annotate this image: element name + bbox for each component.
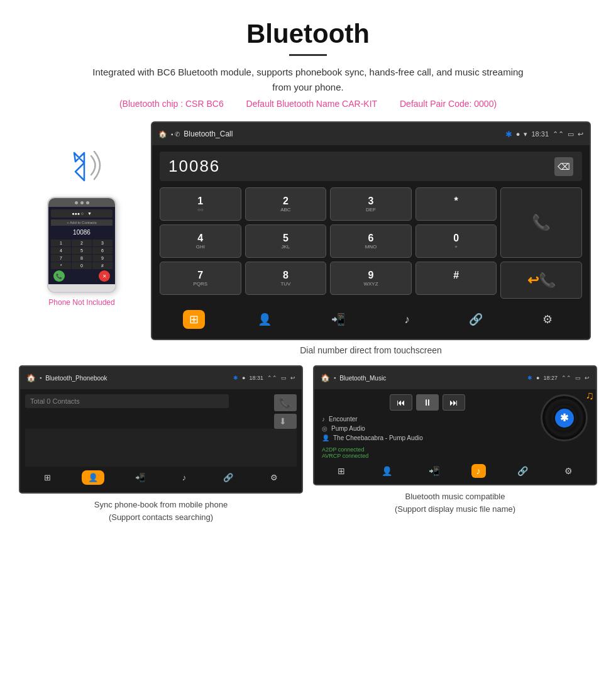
dialer-number: 10086 [168,157,220,176]
music-caption-line1: Bluetooth music compatible [405,492,505,501]
contacts-list-area [25,429,297,467]
track-item-2: ◎ Pump Audio [319,424,536,433]
back-icon: ↩ [578,130,583,138]
expand-icon: ⌃⌃ [553,130,564,138]
ms-time: 18:27 [543,375,558,381]
pb-expand: ⌃⌃ [267,375,277,381]
keypad-icon[interactable]: ⊞ [183,310,205,329]
music-note-decoration: ♫ [586,389,595,402]
phonebook-body: Total 0 Contacts 📞 ⬇ ⊞ 👤 📲 ♪ 🔗 ⚙ [20,389,302,492]
ms-home-icon: 🏠 [321,373,330,382]
call-icon: 📞 [532,214,551,231]
pb-window: ▭ [281,375,287,381]
phonebook-caption-line1: Sync phone-book from mobile phone [94,500,228,509]
bt-signal-area [57,140,107,191]
bt-info: (Bluetooth chip : CSR BC6 Default Blueto… [13,99,603,109]
link-icon[interactable]: 🔗 [463,310,489,329]
wifi-icon: ▾ [524,130,527,138]
backspace-button[interactable]: ⌫ [554,157,573,176]
key-3[interactable]: 3DEF [330,187,412,221]
phone-area: ●●● ○ ▼ + Add to Contacts 10086 123 456 … [19,121,145,307]
key-hash[interactable]: # [415,262,497,295]
key-8[interactable]: 8TUV [245,262,327,295]
play-pause-button[interactable]: ⏸ [416,394,439,411]
settings-icon[interactable]: ⚙ [536,310,559,329]
music-track-list: ♪ Encounter ◎ Pump Audio 👤 The Cheebacab… [319,414,536,443]
key-7[interactable]: 7PQRS [160,262,241,295]
title-underline [289,54,327,56]
screen-indicator: ▪ ✆ [171,131,180,138]
ms-window: ▭ [575,375,581,381]
bluetooth-status-icon: ✱ [505,130,512,139]
pb-music-icon[interactable]: ♪ [176,470,193,485]
pb-call-icon[interactable]: 📲 [129,470,151,485]
phonebook-screen-block: 🏠 ▪ Bluetooth_Phonebook ✱ ● 18:31 ⌃⌃ ▭ ↩… [19,365,303,523]
key-9[interactable]: 9WXYZ [330,262,412,295]
track-person-icon: 👤 [322,434,329,441]
pb-time: 18:31 [249,375,263,381]
download-contacts-button[interactable]: ⬇ [274,414,297,429]
ms-keypad-icon[interactable]: ⊞ [333,464,350,478]
phonebook-bottom-bar: ⊞ 👤 📲 ♪ 🔗 ⚙ [25,467,297,487]
redial-button[interactable]: ↩📞 [500,262,582,299]
track-item-3: 👤 The Cheebacabra - Pump Audio [319,433,536,443]
phone-mockup: ●●● ○ ▼ + Add to Contacts 10086 123 456 … [47,197,116,293]
pb-indicator: ▪ [40,375,41,381]
music-caption-line2: (Support display music file name) [395,504,515,514]
key-2[interactable]: 2ABC [245,187,327,221]
redial-icon: ↩📞 [527,272,556,289]
dial-app-name: Bluetooth_Call [184,130,233,138]
dialer-input-row: 10086 ⌫ [160,152,582,181]
pb-back: ↩ [290,375,295,381]
music-body: ⏮ ⏸ ⏭ ♪ Encounter ◎ Pump [314,389,596,484]
track-item-1: ♪ Encounter [319,414,536,424]
ms-music-icon[interactable]: ♪ [471,464,486,478]
call-transfer-icon[interactable]: 📲 [325,310,351,329]
music-caption: Bluetooth music compatible (Support disp… [313,490,597,515]
next-button[interactable]: ⏭ [443,394,465,411]
dial-screen-header: 🏠 ▪ ✆ Bluetooth_Call ✱ ● ▾ 18:31 ⌃⌃ ▭ ↩ [152,123,590,145]
call-button[interactable]: 📞 [500,187,582,258]
dial-car-screen: 🏠 ▪ ✆ Bluetooth_Call ✱ ● ▾ 18:31 ⌃⌃ ▭ ↩ [151,121,591,340]
lower-screens: 🏠 ▪ Bluetooth_Phonebook ✱ ● 18:31 ⌃⌃ ▭ ↩… [0,365,616,523]
sync-contacts-button[interactable]: 📞 [274,394,297,411]
ms-link-icon[interactable]: 🔗 [512,464,533,478]
vinyl-disc: ✱ [541,394,588,441]
key-6[interactable]: 6MNO [330,224,412,258]
dial-caption: Dial number direct from touchscreen [145,345,597,355]
ms-contacts-icon[interactable]: 👤 [377,464,397,478]
track-name-2: Pump Audio [331,425,533,432]
dialer-body: 10086 ⌫ 1○○ 2ABC 3DEF * 📞 4GHI 5JK [152,145,590,339]
key-star[interactable]: * [415,187,497,221]
pb-contacts-icon[interactable]: 👤 [82,470,104,485]
phonebook-caption-line2: (Support contacts searching) [109,512,213,522]
music-bottom-bar: ⊞ 👤 📲 ♪ 🔗 ⚙ [319,460,591,479]
track-note-icon: ♪ [322,416,325,423]
key-4[interactable]: 4GHI [160,224,241,258]
key-5[interactable]: 5JKL [245,224,327,258]
track-name-1: Encounter [329,416,533,423]
pb-link-icon[interactable]: 🔗 [217,470,239,485]
ms-settings-icon[interactable]: ⚙ [559,464,578,478]
phone-not-included-label: Phone Not Included [48,298,114,307]
ms-back: ↩ [585,375,590,381]
prev-button[interactable]: ⏮ [390,394,412,411]
ms-signal: ● [536,375,539,381]
a2dp-status: A2DP connected [322,446,533,453]
pb-keypad-icon[interactable]: ⊞ [38,470,57,485]
contacts-icon[interactable]: 👤 [251,310,278,329]
pb-settings-icon[interactable]: ⚙ [264,470,284,485]
ms-call-icon[interactable]: 📲 [424,464,444,478]
music-icon[interactable]: ♪ [398,311,416,329]
music-car-screen: 🏠 ▪ Bluetooth_Music ✱ ● 18:27 ⌃⌃ ▭ ↩ [313,365,597,485]
contacts-search-input[interactable]: Total 0 Contacts [25,394,229,408]
phonebook-app-name: Bluetooth_Phonebook [45,375,107,382]
pb-signal: ● [242,375,245,381]
key-0[interactable]: 0+ [415,224,497,258]
bt-code: Default Pair Code: 0000) [400,99,497,109]
bt-name: Default Bluetooth Name CAR-KIT [246,99,378,109]
track-name-3: The Cheebacabra - Pump Audio [333,434,533,441]
vinyl-bt-icon: ✱ [560,412,568,424]
key-1[interactable]: 1○○ [160,187,241,221]
dialer-bottom-bar: ⊞ 👤 📲 ♪ 🔗 ⚙ [160,305,582,331]
